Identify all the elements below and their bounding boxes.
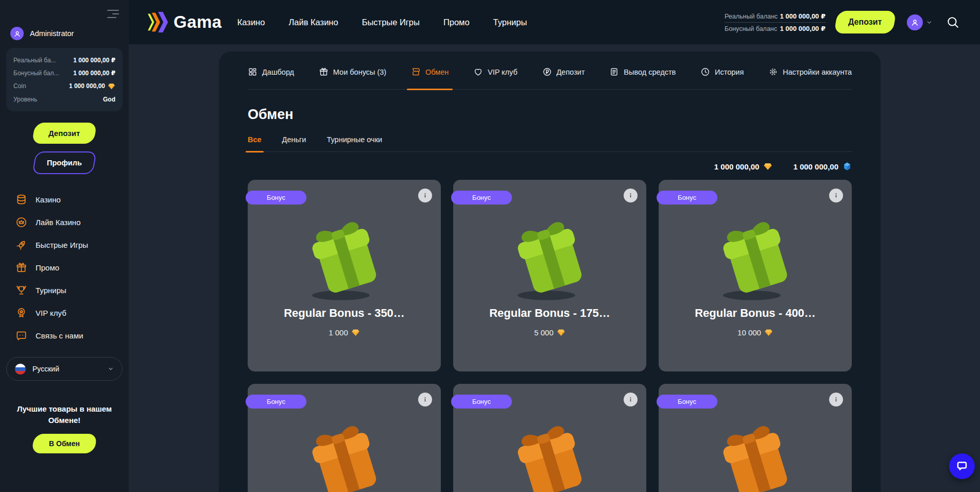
bonus-balance-value: 1 000 000,00 ₽ [780,25,826,32]
tab-account-settings[interactable]: Настройки аккаунта [768,67,852,89]
gem-orange-icon [763,162,772,171]
tab-dashboard[interactable]: Дашборд [248,67,294,89]
shop-cards-grid: Бонус Regular Bonus - 350… [248,180,852,492]
history-icon [700,67,710,77]
points-balance: 1 000 000,00 [793,162,852,171]
gift-box-image [497,207,603,303]
coin-icon [542,67,552,77]
top-nav: Казино Лайв Казино Быстрые Игры Промо Ту… [237,18,527,27]
sidebar-item-fast-games[interactable]: Быстрые Игры [15,239,129,251]
sidebar-item-tournaments[interactable]: Турниры [15,284,129,296]
bonus-title: Regular Bonus - 400… [695,307,816,320]
content-area: Дашборд Мои бонусы (3) Обмен VIP клуб Де… [129,44,980,492]
bonus-card[interactable]: Бонус Regular Bonus - 400… [659,180,852,371]
info-icon[interactable] [829,393,843,406]
sidebar-deposit-button[interactable]: Депозит [31,123,97,144]
balance-label: Уровень [13,96,37,103]
sidebar-balance-card: Реальный ба... 1 000 000,00 ₽ Бонусный б… [6,48,123,111]
tab-history[interactable]: История [700,67,744,89]
chevron-down-icon [108,366,114,372]
sidebar-promo-text: Лучшие товары в нашем Обмене! [8,403,121,426]
dashboard-icon [248,67,257,77]
gift-box-image [497,411,603,492]
filter-tournament-points[interactable]: Турнирные очки [326,135,382,151]
username: Administrator [30,29,74,38]
chevron-down-icon [926,19,933,26]
chat-widget-button[interactable] [949,453,975,479]
user-avatar-icon [907,14,923,30]
bonus-badge: Бонус [657,191,717,205]
tab-deposit[interactable]: Депозит [542,67,585,89]
hamburger-menu-icon[interactable] [107,7,119,21]
sidebar-item-promo[interactable]: Промо [15,262,129,274]
filter-money[interactable]: Деньги [282,135,306,151]
language-selector[interactable]: Русский [6,357,123,381]
top-nav-promo[interactable]: Промо [443,18,470,27]
sidebar-item-casino[interactable]: Казино [15,194,129,206]
info-icon[interactable] [624,393,638,406]
bonus-badge: Бонус [246,395,306,409]
balance-row-real: Реальный ба... 1 000 000,00 ₽ [13,54,115,66]
gift-box-image [291,207,397,303]
header-balances: Реальный баланс 1 000 000,00 ₽ Бонусный … [725,10,826,35]
account-panel: Дашборд Мои бонусы (3) Обмен VIP клуб Де… [219,52,881,492]
main-area: Gama Казино Лайв Казино Быстрые Игры Про… [129,0,980,492]
sidebar: Administrator Реальный ба... 1 000 000,0… [0,0,129,492]
flag-ru-icon [15,364,26,375]
info-icon[interactable] [829,189,843,202]
sidebar-item-contact[interactable]: Связь с нами [15,330,129,342]
account-menu-button[interactable] [907,14,933,30]
top-nav-tournaments[interactable]: Турниры [493,18,527,27]
chat-face-icon [15,330,27,342]
balance-label: Реальный ба... [13,57,56,64]
balance-row-level: Уровень God [13,93,115,106]
bonus-title: Regular Bonus - 350… [284,307,405,320]
gear-icon [768,67,778,77]
sidebar-item-vip[interactable]: VIP клуб [15,307,129,319]
top-nav-casino[interactable]: Казино [237,18,265,27]
filter-all[interactable]: Все [248,135,262,151]
rocket-icon [15,239,27,251]
live-casino-icon [15,216,27,228]
gift-box-image [291,411,397,492]
top-nav-live-casino[interactable]: Лайв Казино [288,18,338,27]
sidebar-nav: Казино Лайв Казино Быстрые Игры Промо Ту… [15,194,129,342]
gem-orange-icon [351,328,360,337]
balance-value: 1 000 000,00 ₽ [73,57,115,64]
shop-filters: Все Деньги Турнирные очки [248,135,852,152]
bonus-badge: Бонус [657,395,717,409]
tab-vip-club[interactable]: VIP клуб [473,67,518,89]
user-avatar-icon [10,27,24,40]
info-icon[interactable] [624,189,638,202]
balance-label: Бонусный бал... [13,70,59,77]
tab-my-bonuses[interactable]: Мои бонусы (3) [319,67,386,89]
balance-row-coin: Coin 1 000 000,00 [13,79,115,93]
coins-balance: 1 000 000,00 [714,162,773,171]
gift-icon [15,262,27,274]
heart-icon [473,67,483,77]
bonus-card[interactable]: Бонус [453,384,646,492]
bonus-badge: Бонус [451,395,512,409]
trophy-icon [15,284,27,296]
to-shop-button[interactable]: В Обмен [31,434,98,453]
info-icon[interactable] [418,189,432,202]
bonus-balance-label: Бонусный баланс [725,25,777,32]
bonus-card[interactable]: Бонус [248,384,441,492]
sidebar-item-live-casino[interactable]: Лайв Казино [15,216,129,228]
tab-withdraw[interactable]: Вывод средств [609,67,676,89]
top-header: Gama Казино Лайв Казино Быстрые Игры Про… [129,0,980,44]
brand-logo[interactable]: Gama [146,11,222,33]
shop-icon [411,67,421,77]
account-tabs: Дашборд Мои бонусы (3) Обмен VIP клуб Де… [248,52,852,90]
gem-orange-icon [764,328,773,337]
sidebar-profile-button[interactable]: Профиль [32,151,97,174]
tab-shop[interactable]: Обмен [411,67,449,89]
bonus-price: 10 000 [737,328,773,337]
top-nav-fast-games[interactable]: Быстрые Игры [362,18,420,27]
info-icon[interactable] [418,393,432,406]
bonus-card[interactable]: Бонус [659,384,852,492]
bonus-card[interactable]: Бонус Regular Bonus - 175… [453,180,646,371]
search-icon[interactable] [946,15,959,29]
bonus-card[interactable]: Бонус Regular Bonus - 350… [248,180,441,371]
header-deposit-button[interactable]: Депозит [834,11,897,33]
